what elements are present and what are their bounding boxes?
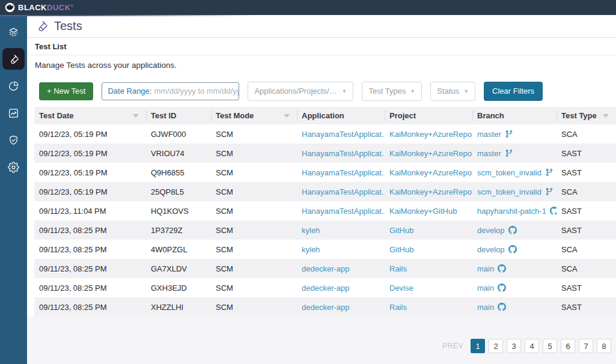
shield-check-icon xyxy=(8,135,19,146)
date-range-input[interactable] xyxy=(154,86,239,96)
project-link[interactable]: KaiMonkey+AzureRepos xyxy=(385,124,472,144)
branch-link[interactable]: main xyxy=(472,297,557,317)
branch-link[interactable]: main xyxy=(472,278,557,297)
github-icon xyxy=(498,264,506,273)
branch-link[interactable]: scm_token_invalid xyxy=(472,182,557,201)
project-link[interactable]: Rails xyxy=(385,297,472,317)
date-range-filter[interactable]: Date Range: xyxy=(102,82,239,100)
application-link[interactable]: dedecker-app xyxy=(297,278,385,297)
sidebar-item-pie-report[interactable] xyxy=(2,75,25,97)
table-row[interactable]: 09/11/23, 08:25 PM 1P3729Z SCM kyleh Git… xyxy=(34,220,616,240)
table-row[interactable]: 09/11/23, 08:25 PM XHZZLHI SCM dedecker-… xyxy=(34,297,616,317)
application-link[interactable]: HanayamaTestApplicat... xyxy=(297,201,385,220)
column-header[interactable]: Branch xyxy=(472,107,557,124)
project-link[interactable]: Devise xyxy=(385,278,472,297)
sort-descending-icon[interactable] xyxy=(133,114,139,118)
page-number-button[interactable]: 8 xyxy=(597,339,611,353)
table-row[interactable]: 09/11/23, 08:25 PM GA7XLDV SCM dedecker-… xyxy=(34,259,616,278)
branch-link[interactable]: master xyxy=(472,124,557,144)
chevron-down-icon: ▼ xyxy=(463,88,469,94)
table-row[interactable]: 09/11/23, 08:25 PM GXH3EJD SCM dedecker-… xyxy=(34,278,616,297)
application-link[interactable]: HanayamaTestApplicat... xyxy=(297,163,385,182)
git-branch-icon xyxy=(545,187,553,196)
new-test-button[interactable]: + New Test xyxy=(39,82,93,100)
column-header[interactable]: Test Type xyxy=(557,107,616,124)
branch-link[interactable]: develop xyxy=(472,220,557,240)
status-filter-dropdown[interactable]: Status ▼ xyxy=(430,82,475,101)
test-mode-cell: SCM xyxy=(211,124,297,144)
applications-filter-dropdown[interactable]: Applications/Projects/Branches ▼ xyxy=(248,82,353,101)
application-link[interactable]: HanayamaTestApplicat... xyxy=(297,182,385,201)
project-link[interactable]: GitHub xyxy=(385,220,472,240)
application-link[interactable]: HanayamaTestApplicat... xyxy=(297,124,385,144)
test-mode-cell: SCM xyxy=(211,182,297,201)
page-number-button[interactable]: 6 xyxy=(561,339,575,353)
application-link[interactable]: HanayamaTestApplicat... xyxy=(297,144,385,163)
sidebar-item-settings[interactable] xyxy=(2,156,25,178)
page-title-bar: Tests xyxy=(27,15,616,38)
application-link[interactable]: dedecker-app xyxy=(297,297,385,317)
test-id-cell: 1P3729Z xyxy=(146,220,211,240)
trend-chart-icon xyxy=(8,108,19,119)
page-number-button[interactable]: 3 xyxy=(507,339,521,353)
sidebar-item-tests[interactable] xyxy=(2,48,25,70)
project-link[interactable]: GitHub xyxy=(385,240,472,259)
blackduck-logo[interactable]: BLACKDUCK® xyxy=(5,2,73,13)
page-number-button[interactable]: 5 xyxy=(543,339,557,353)
sidebar-item-trends[interactable] xyxy=(2,102,25,124)
pie-chart-icon xyxy=(8,80,19,92)
test-type-cell: SCA xyxy=(557,259,616,278)
column-header[interactable]: Test Date xyxy=(34,107,146,124)
test-date-cell: 09/12/23, 05:19 PM xyxy=(34,182,146,201)
test-mode-cell: SCM xyxy=(211,201,297,220)
test-id-cell: XHZZLHI xyxy=(146,297,211,317)
test-type-cell: SAST xyxy=(557,201,616,220)
project-link[interactable]: KaiMonkey+GitHub xyxy=(385,201,472,220)
column-header[interactable]: Test ID xyxy=(146,107,211,124)
branch-link[interactable]: hapyharshit-patch-1 xyxy=(472,201,557,220)
column-header[interactable]: Test Mode xyxy=(211,107,297,124)
application-link[interactable]: kyleh xyxy=(297,220,385,240)
top-bar: BLACKDUCK® xyxy=(0,0,616,15)
test-type-cell: SAST xyxy=(557,297,616,317)
github-icon xyxy=(508,245,517,253)
project-link[interactable]: KaiMonkey+AzureRepos xyxy=(385,182,472,201)
sidebar-nav xyxy=(0,15,27,364)
test-type-cell: SAST xyxy=(557,163,616,182)
application-link[interactable]: kyleh xyxy=(297,240,385,259)
table-row[interactable]: 09/12/23, 05:19 PM GJWF000 SCM HanayamaT… xyxy=(34,124,616,144)
page-number-button[interactable]: 2 xyxy=(489,339,503,353)
test-mode-cell: SCM xyxy=(211,220,297,240)
status-filter-label: Status xyxy=(437,86,459,96)
table-row[interactable]: 09/12/23, 05:19 PM Q9H6855 SCM HanayamaT… xyxy=(34,163,616,182)
clear-filters-button[interactable]: Clear Filters xyxy=(484,82,543,101)
test-mode-cell: SCM xyxy=(211,278,297,297)
sort-descending-icon[interactable] xyxy=(284,114,290,118)
test-id-cell: HQ1KOVS xyxy=(146,201,211,220)
sidebar-item-layers[interactable] xyxy=(2,21,25,43)
table-row[interactable]: 09/12/23, 05:19 PM 25QP8L5 SCM HanayamaT… xyxy=(34,182,616,201)
table-row[interactable]: 09/12/23, 05:19 PM VRIOU74 SCM HanayamaT… xyxy=(34,144,616,163)
project-link[interactable]: Rails xyxy=(385,259,472,278)
branch-link[interactable]: master xyxy=(472,144,557,163)
application-link[interactable]: dedecker-app xyxy=(297,259,385,278)
test-date-cell: 09/11/23, 08:25 PM xyxy=(34,220,146,240)
column-header[interactable]: Application xyxy=(297,107,385,124)
page-number-button[interactable]: 4 xyxy=(525,339,539,353)
table-row[interactable]: 09/11/23, 08:25 PM 4W0PZGL SCM kyleh Git… xyxy=(34,240,616,259)
sort-descending-icon[interactable] xyxy=(603,114,609,118)
test-types-filter-dropdown[interactable]: Test Types ▼ xyxy=(362,82,422,101)
column-header[interactable]: Project xyxy=(385,107,472,124)
project-link[interactable]: KaiMonkey+AzureRepos xyxy=(385,144,472,163)
sidebar-item-security[interactable] xyxy=(2,129,25,151)
prev-page-button[interactable]: PREV xyxy=(442,342,463,350)
table-row[interactable]: 09/11/23, 11:04 PM HQ1KOVS SCM HanayamaT… xyxy=(34,201,616,220)
branch-link[interactable]: main xyxy=(472,259,557,278)
test-date-cell: 09/12/23, 05:19 PM xyxy=(34,124,146,144)
branch-link[interactable]: scm_token_invalid xyxy=(472,163,557,182)
test-date-cell: 09/12/23, 05:19 PM xyxy=(34,144,146,163)
page-number-button[interactable]: 7 xyxy=(579,339,593,353)
branch-link[interactable]: develop xyxy=(472,240,557,259)
page-number-button[interactable]: 1 xyxy=(471,339,485,353)
project-link[interactable]: KaiMonkey+AzureRepos xyxy=(385,163,472,182)
